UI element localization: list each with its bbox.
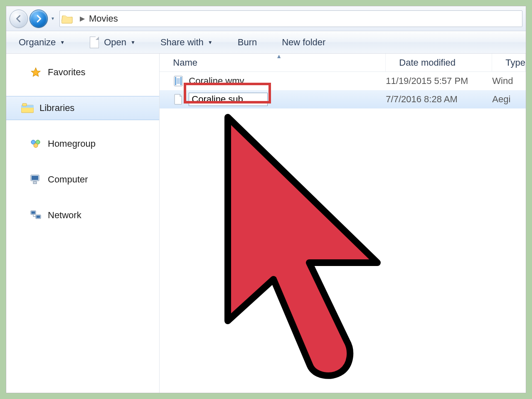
sidebar-item-label: Computer: [48, 174, 88, 185]
nav-recent-dropdown[interactable]: ▼: [49, 10, 56, 28]
file-icon: [90, 37, 99, 48]
file-rename-input[interactable]: [189, 93, 268, 106]
column-header-name[interactable]: Name: [160, 54, 386, 71]
column-header-date[interactable]: Date modified: [386, 54, 492, 71]
sidebar-item-favorites[interactable]: Favorites: [6, 60, 159, 84]
sidebar-item-homegroup[interactable]: Homegroup: [6, 132, 159, 156]
chevron-down-icon: ▼: [60, 39, 65, 45]
column-headers: ▲ Name Date modified Type: [160, 54, 526, 72]
nav-forward-button[interactable]: [30, 10, 48, 28]
new-folder-button[interactable]: New folder: [282, 37, 325, 48]
folder-icon: [62, 14, 73, 24]
sidebar-item-label: Favorites: [48, 67, 85, 78]
file-type: Wind: [492, 76, 526, 86]
video-file-icon: [173, 76, 184, 86]
navigation-pane: Favorites Libraries Homegroup: [6, 54, 160, 393]
svg-rect-2: [22, 103, 27, 106]
svg-rect-8: [33, 182, 37, 184]
svg-rect-15: [180, 77, 182, 85]
chevron-down-icon: ▼: [131, 39, 135, 45]
sidebar-item-network[interactable]: Network: [6, 203, 159, 227]
chevron-down-icon: ▼: [208, 39, 213, 45]
generic-file-icon: [173, 94, 184, 105]
sidebar-item-label: Libraries: [39, 103, 74, 113]
sidebar-item-label: Network: [48, 210, 81, 221]
sort-indicator-icon: ▲: [276, 53, 282, 59]
file-list-pane: ▲ Name Date modified Type Coraline.wmv 1…: [160, 54, 526, 393]
file-date: 11/19/2015 5:57 PM: [386, 76, 492, 86]
explorer-window: ▼ ▶ Movies Organize▼ Open▼ Share with▼ B…: [6, 6, 526, 393]
command-bar: Organize▼ Open▼ Share with▼ Burn New fol…: [6, 31, 526, 54]
svg-rect-16: [177, 78, 180, 84]
star-icon: [29, 66, 43, 79]
breadcrumb-separator: ▶: [80, 15, 85, 22]
svg-rect-10: [32, 212, 35, 214]
sidebar-item-libraries[interactable]: Libraries: [6, 96, 159, 120]
breadcrumb-current[interactable]: Movies: [89, 13, 118, 24]
file-name: Coraline.wmv: [189, 76, 244, 86]
svg-rect-14: [175, 77, 176, 85]
file-type: Aegi: [492, 94, 526, 105]
svg-rect-7: [32, 176, 38, 180]
column-header-type[interactable]: Type: [492, 54, 526, 71]
sidebar-item-computer[interactable]: Computer: [6, 167, 159, 192]
content-area: Favorites Libraries Homegroup: [6, 54, 526, 393]
organize-menu[interactable]: Organize▼: [19, 37, 65, 48]
share-with-menu[interactable]: Share with▼: [160, 37, 213, 48]
burn-button[interactable]: Burn: [238, 37, 257, 48]
file-row[interactable]: Coraline.wmv 11/19/2015 5:57 PM Wind: [160, 72, 526, 90]
file-row[interactable]: 7/7/2016 8:28 AM Aegi: [160, 90, 526, 108]
address-bar[interactable]: ▶ Movies: [59, 10, 522, 27]
homegroup-icon: [29, 138, 43, 150]
nav-bar: ▼ ▶ Movies: [6, 6, 526, 31]
libraries-icon: [20, 102, 34, 114]
network-icon: [29, 209, 43, 222]
file-date: 7/7/2016 8:28 AM: [386, 94, 492, 105]
computer-icon: [29, 173, 43, 186]
nav-back-button[interactable]: [10, 10, 28, 28]
svg-point-5: [34, 143, 38, 148]
open-menu[interactable]: Open▼: [90, 37, 135, 48]
svg-rect-12: [37, 216, 40, 218]
sidebar-item-label: Homegroup: [48, 138, 96, 149]
